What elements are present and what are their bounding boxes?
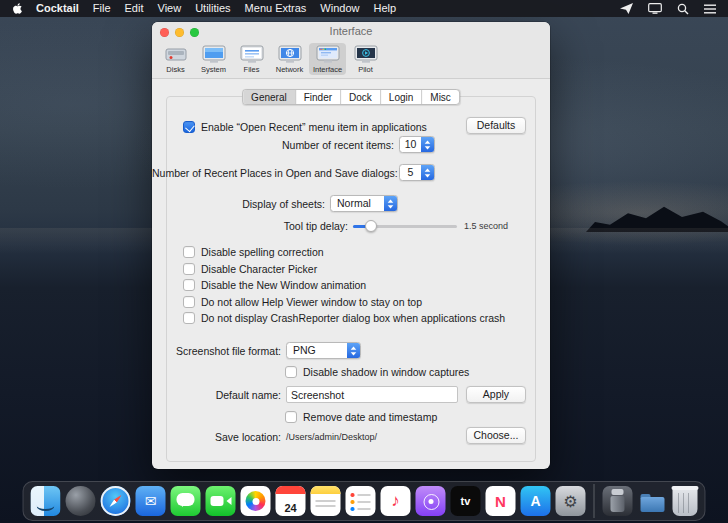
menu-file[interactable]: File: [86, 0, 118, 17]
sheets-row: Display of sheets: Normal: [152, 195, 550, 212]
dock: ✉ 24 ♪ tv N A ⚙: [23, 481, 706, 521]
apple-menu[interactable]: [10, 2, 29, 15]
notes-icon[interactable]: [311, 486, 341, 516]
menu-app-name[interactable]: Cocktail: [29, 0, 86, 17]
switcher-icon[interactable]: [704, 4, 716, 14]
photos-icon[interactable]: [241, 486, 271, 516]
checkbox-icon[interactable]: [183, 246, 195, 258]
shadow-option-label: Disable shadow in window captures: [303, 366, 469, 378]
checkbox-icon[interactable]: [183, 296, 195, 308]
gear-glyph: ⚙: [556, 486, 586, 516]
menu-help[interactable]: Help: [366, 0, 403, 17]
cocktail-app-icon[interactable]: [603, 486, 633, 516]
checkbox-icon[interactable]: [183, 263, 195, 275]
checkbox-icon[interactable]: [183, 279, 195, 291]
tab-dock[interactable]: Dock: [341, 90, 381, 104]
timestamp-option-label: Remove date and timestamp: [303, 411, 437, 423]
finder-icon[interactable]: [31, 486, 61, 516]
option-label: Disable Character Picker: [201, 263, 317, 275]
trash-icon[interactable]: [673, 486, 698, 516]
menu-view[interactable]: View: [151, 0, 189, 17]
tab-finder[interactable]: Finder: [296, 90, 341, 104]
mail-glyph: ✉: [136, 486, 166, 516]
facetime-icon[interactable]: [206, 486, 236, 516]
safari-icon[interactable]: [101, 486, 131, 516]
reminders-icon[interactable]: [346, 486, 376, 516]
option-crashreporter-dialog[interactable]: Do not display CrashReporter dialog box …: [183, 312, 505, 325]
screenshot-format-row: Screenshot file format: PNG: [152, 342, 550, 359]
dock-separator: [594, 484, 595, 518]
recent-items-row: Number of recent items: 10: [152, 136, 550, 153]
checkbox-icon[interactable]: [183, 312, 195, 324]
recent-places-value: 5: [400, 165, 421, 180]
news-glyph: N: [486, 486, 516, 516]
recent-places-stepper[interactable]: 5: [399, 164, 435, 181]
tab-bar: General Finder Dock Login Misc: [242, 89, 460, 105]
apple-icon: [12, 2, 23, 15]
menu-edit[interactable]: Edit: [118, 0, 151, 17]
option-disable-new-window-animation[interactable]: Disable the New Window animation: [183, 279, 505, 292]
tab-misc[interactable]: Misc: [422, 90, 459, 104]
popup-arrows-icon: [347, 343, 360, 358]
tooltip-delay-slider[interactable]: [353, 220, 457, 232]
messages-icon[interactable]: [171, 486, 201, 516]
shadow-option-row[interactable]: Disable shadow in window captures: [285, 363, 469, 380]
search-icon[interactable]: [677, 3, 689, 15]
downloads-folder-icon[interactable]: [638, 486, 668, 516]
option-label: Do not allow Help Viewer window to stay …: [201, 296, 422, 308]
popup-arrows-icon: [384, 196, 397, 211]
choose-button[interactable]: Choose...: [466, 427, 526, 444]
island-silhouette: [586, 196, 728, 232]
open-recent-label: Enable “Open Recent” menu item in applic…: [201, 121, 427, 133]
sheets-popup[interactable]: Normal: [330, 195, 398, 212]
option-disable-spelling[interactable]: Disable spelling correction: [183, 246, 505, 259]
podcasts-icon[interactable]: [416, 486, 446, 516]
option-label: Disable spelling correction: [201, 246, 324, 258]
recent-places-label: Number of Recent Places in Open and Save…: [152, 167, 399, 179]
stepper-arrows-icon[interactable]: [421, 137, 434, 152]
tooltip-delay-label: Tool tip delay:: [152, 220, 353, 232]
option-disable-character-picker[interactable]: Disable Character Picker: [183, 263, 505, 276]
shadow-checkbox[interactable]: [285, 366, 297, 378]
app-store-glyph: A: [521, 486, 551, 516]
option-help-viewer-on-top[interactable]: Do not allow Help Viewer window to stay …: [183, 296, 505, 309]
options-list: Disable spelling correction Disable Char…: [183, 246, 505, 329]
app-store-icon[interactable]: A: [521, 486, 551, 516]
default-name-input[interactable]: [286, 386, 458, 403]
option-label: Do not display CrashReporter dialog box …: [201, 312, 505, 324]
open-recent-checkbox[interactable]: [183, 121, 195, 133]
music-icon[interactable]: ♪: [381, 486, 411, 516]
screenshot-format-label: Screenshot file format:: [152, 345, 286, 357]
defaults-button[interactable]: Defaults: [466, 117, 526, 134]
recent-places-row: Number of Recent Places in Open and Save…: [152, 164, 550, 181]
menu-menu-extras[interactable]: Menu Extras: [238, 0, 314, 17]
sheets-value: Normal: [331, 196, 384, 211]
mail-icon[interactable]: ✉: [136, 486, 166, 516]
tab-general[interactable]: General: [243, 90, 296, 104]
menu-window[interactable]: Window: [313, 0, 366, 17]
apply-button[interactable]: Apply: [466, 386, 526, 403]
menu-utilities[interactable]: Utilities: [188, 0, 237, 17]
recent-items-stepper[interactable]: 10: [399, 136, 435, 153]
music-glyph: ♪: [381, 486, 411, 516]
display-icon[interactable]: [648, 3, 662, 14]
timestamp-option-row[interactable]: Remove date and timestamp: [285, 408, 437, 425]
screenshot-format-popup[interactable]: PNG: [286, 342, 361, 359]
calendar-icon[interactable]: 24: [276, 486, 306, 516]
menu-bar: Cocktail File Edit View Utilities Menu E…: [0, 0, 728, 17]
tooltip-delay-value: 1.5 second: [464, 221, 508, 231]
stepper-arrows-icon[interactable]: [421, 165, 434, 180]
tv-icon[interactable]: tv: [451, 486, 481, 516]
launchpad-icon[interactable]: [66, 486, 96, 516]
save-location-label: Save location:: [152, 431, 286, 443]
slider-thumb[interactable]: [365, 220, 377, 232]
sheets-label: Display of sheets:: [152, 198, 330, 210]
paper-plane-icon[interactable]: [620, 3, 633, 14]
default-name-label: Default name:: [152, 389, 286, 401]
news-icon[interactable]: N: [486, 486, 516, 516]
menu-status-area: [620, 3, 718, 15]
tab-login[interactable]: Login: [381, 90, 422, 104]
tv-glyph: tv: [451, 486, 481, 516]
timestamp-checkbox[interactable]: [285, 411, 297, 423]
system-preferences-icon[interactable]: ⚙: [556, 486, 586, 516]
